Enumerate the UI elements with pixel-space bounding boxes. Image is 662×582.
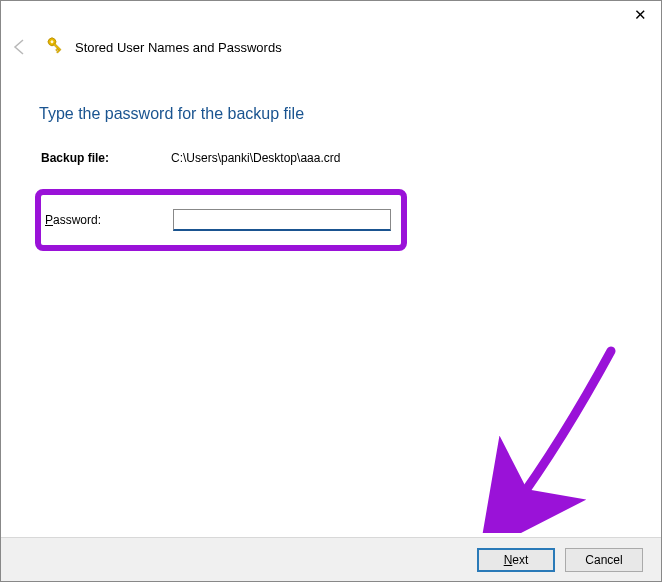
titlebar: ✕ bbox=[1, 1, 661, 29]
wizard-header-title: Stored User Names and Passwords bbox=[75, 40, 282, 55]
backup-file-path: C:\Users\panki\Desktop\aaa.crd bbox=[171, 151, 340, 165]
wizard-window: ✕ Stored User Names and Passwords Type t… bbox=[0, 0, 662, 582]
wizard-content: Type the password for the backup file Ba… bbox=[1, 65, 661, 537]
wizard-footer: Next Cancel bbox=[1, 537, 661, 581]
next-button[interactable]: Next bbox=[477, 548, 555, 572]
annotation-arrow-icon bbox=[451, 343, 621, 537]
password-highlight: Password: bbox=[35, 189, 407, 251]
key-icon bbox=[41, 36, 63, 58]
wizard-heading: Type the password for the backup file bbox=[39, 105, 623, 123]
cancel-button[interactable]: Cancel bbox=[565, 548, 643, 572]
back-arrow-icon[interactable] bbox=[11, 38, 29, 56]
password-label: Password: bbox=[45, 213, 173, 227]
wizard-header: Stored User Names and Passwords bbox=[1, 29, 661, 65]
backup-file-row: Backup file: C:\Users\panki\Desktop\aaa.… bbox=[41, 151, 623, 165]
close-icon[interactable]: ✕ bbox=[634, 6, 647, 24]
backup-file-label: Backup file: bbox=[41, 151, 171, 165]
password-input[interactable] bbox=[173, 209, 391, 231]
